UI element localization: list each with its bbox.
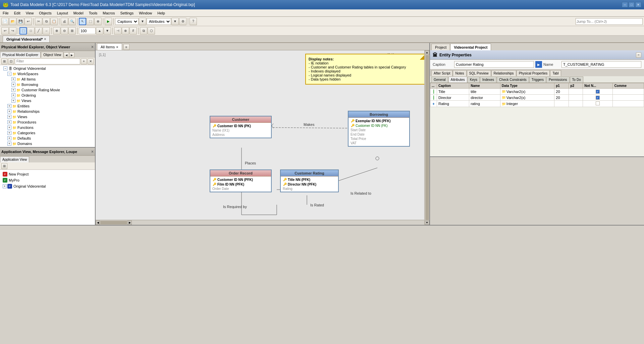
entity-customerrating[interactable]: Customer Rating 🔑Title NN (PFK) 🔑Directo…	[280, 169, 339, 192]
tree-item-customerrating[interactable]: + 📁 Customer Rating Movie	[1, 87, 94, 93]
rating-notnull-cb[interactable]	[596, 101, 600, 105]
print-button[interactable]: 🖨	[61, 18, 68, 25]
attr-row-rating[interactable]: ♦ Rating rating 📁Integer	[430, 101, 644, 107]
tree-item-workspaces[interactable]: − 📁 WorkSpaces	[1, 71, 94, 77]
ep-subtab-indexes[interactable]: Indexes	[480, 77, 496, 83]
fit-all[interactable]: ⊞	[68, 27, 76, 35]
paste-button[interactable]: 📋	[50, 18, 58, 25]
expand-allitems[interactable]: +	[11, 77, 15, 81]
expand-views[interactable]: +	[11, 99, 15, 103]
entity-borrowing[interactable]: Borrowing 🔑Exemplar ID NN (PFK) 🔑Custome…	[348, 111, 410, 147]
undo-btn[interactable]: ↩	[1, 27, 9, 35]
ep-subtab-check[interactable]: Check Constraints	[497, 77, 529, 83]
expand-views2[interactable]: +	[7, 115, 11, 119]
tree-item-allitems[interactable]: + 📁 All Items	[1, 77, 94, 82]
scroll-thumb-h[interactable]	[100, 221, 127, 225]
zoom-inc[interactable]: ▲	[96, 27, 103, 35]
menu-objects[interactable]: Objects	[36, 10, 54, 16]
minimize-button[interactable]: ─	[622, 2, 628, 7]
expand-root[interactable]: −	[3, 66, 7, 70]
tab-videorental-project[interactable]: Videorental Project	[450, 44, 491, 50]
explorer-filter-btn[interactable]: ⊡	[8, 58, 14, 64]
tree-item-borrowing[interactable]: + 📁 Borrowing	[1, 82, 94, 87]
new-button[interactable]: 📄	[1, 18, 9, 25]
attributes-combo[interactable]: Attributes	[147, 18, 171, 25]
expand-procedures[interactable]: +	[7, 120, 11, 124]
doc-tab-videorental[interactable]: Original Videorental* ×	[3, 36, 50, 42]
expand-entities[interactable]: +	[7, 104, 11, 108]
arrange-btn[interactable]: ⬡	[148, 27, 155, 35]
zoom-out[interactable]: ⊖	[61, 27, 68, 35]
maximize-button[interactable]: □	[629, 2, 635, 7]
ep-subtab-keys[interactable]: Keys	[468, 77, 480, 83]
help-btn[interactable]: ?	[190, 18, 197, 25]
ep-subtab-general[interactable]: General	[431, 77, 448, 83]
ep-close[interactable]: −	[636, 52, 641, 58]
ep-tab-relationships[interactable]: Relationships	[491, 70, 516, 76]
filter-input[interactable]	[15, 58, 80, 64]
find-button[interactable]: 🔍	[68, 18, 76, 25]
attr-row-director[interactable]: Director director 📁Varchar2(x) 20 ✓	[430, 95, 644, 101]
ep-tab-sqlpreview[interactable]: SQL Preview	[467, 70, 491, 76]
caption-arrow[interactable]: ▶	[535, 61, 542, 68]
tree-item-ordering[interactable]: + 📁 Ordering	[1, 93, 94, 98]
ep-tab-tabl[interactable]: Tabl	[550, 70, 561, 76]
col-comment[interactable]: Comme	[613, 83, 644, 89]
ep-subtab-triggers[interactable]: Triggers	[529, 77, 546, 83]
pointer-tool[interactable]: ↖	[79, 18, 86, 25]
menu-window[interactable]: Window	[136, 10, 155, 16]
entity-orderrecord[interactable]: Order Record 🔑Customer ID NN (PFK) 🔑Film…	[210, 169, 272, 192]
tree-item-functions[interactable]: + 📁 Functions	[1, 125, 94, 130]
zoom-input[interactable]	[79, 28, 96, 34]
explorer-close[interactable]: ×	[91, 45, 94, 49]
menu-macros[interactable]: Macros	[100, 10, 117, 16]
name-input[interactable]	[561, 61, 641, 68]
attributes-dropdown[interactable]: ▼	[171, 18, 179, 25]
jump-to-input[interactable]	[576, 18, 643, 25]
select-all[interactable]: ⬚	[19, 27, 27, 35]
tree-item-procedures[interactable]: + 📁 Procedures	[1, 119, 94, 125]
redo-btn[interactable]: ↪	[9, 27, 16, 35]
menu-tools[interactable]: Tools	[86, 10, 100, 16]
tree-item-categories[interactable]: + 📁 Categories	[1, 130, 94, 136]
explorer-add[interactable]: ⊞	[1, 58, 7, 64]
col-p2[interactable]: p2	[569, 83, 583, 89]
menu-view[interactable]: View	[23, 10, 37, 16]
app-item-mypro[interactable]: P MyPro	[1, 177, 94, 183]
menu-model[interactable]: Model	[71, 10, 86, 16]
nav-forward[interactable]: ▶	[69, 52, 74, 58]
expand-original[interactable]: +	[3, 184, 7, 188]
expand-domains[interactable]: +	[7, 142, 11, 146]
cut-button[interactable]: ✂	[35, 18, 42, 25]
scroll-left[interactable]: ◀	[96, 220, 100, 225]
app-toolbar-btn[interactable]: ⊞	[1, 163, 7, 169]
director-notnull-cb[interactable]: ✓	[596, 96, 600, 100]
zoom-dec[interactable]: ▼	[104, 27, 111, 35]
tree-item-root[interactable]: − 🗄 Original Videorental	[1, 66, 94, 71]
run-button[interactable]: ▶	[105, 18, 112, 25]
scroll-down[interactable]: ▼	[425, 220, 429, 225]
tab-project[interactable]: Project	[431, 44, 450, 50]
close-button[interactable]: ✕	[635, 2, 641, 7]
app-panel-close[interactable]: ×	[91, 149, 94, 154]
draw-rect[interactable]: □	[27, 27, 35, 35]
app-item-originalvideorental[interactable]: + P Original Videorental	[1, 183, 94, 189]
menu-help[interactable]: Help	[155, 10, 168, 16]
expand-functions[interactable]: +	[7, 126, 11, 130]
ep-tab-physprops[interactable]: Physical Properties	[517, 70, 550, 76]
tree-item-views[interactable]: + 📁 Views	[1, 98, 94, 103]
expand-workspaces[interactable]: −	[7, 72, 11, 76]
open-button[interactable]: 📂	[9, 18, 16, 25]
align-center[interactable]: ⊕	[122, 27, 129, 35]
layer-btn[interactable]: ⧉	[140, 27, 147, 35]
select-tool[interactable]: ⬚	[87, 18, 94, 25]
entity-customer[interactable]: Customer 🔑Customer ID NN (PK) Name (IX1)…	[210, 116, 272, 138]
attr-row-title[interactable]: Title title 📁Varchar2(x) 20 ✓	[430, 89, 644, 95]
canvas-scrollbar-v[interactable]: ▲ ▼	[424, 50, 429, 225]
filter-add[interactable]: +	[81, 58, 87, 64]
nav-back[interactable]: ◀	[64, 52, 69, 58]
tab-object-view[interactable]: Object View	[41, 52, 63, 58]
zoom-tool[interactable]: ⊕	[94, 18, 102, 25]
expand-defaults[interactable]: +	[7, 136, 11, 140]
expand-categories[interactable]: +	[7, 131, 11, 135]
